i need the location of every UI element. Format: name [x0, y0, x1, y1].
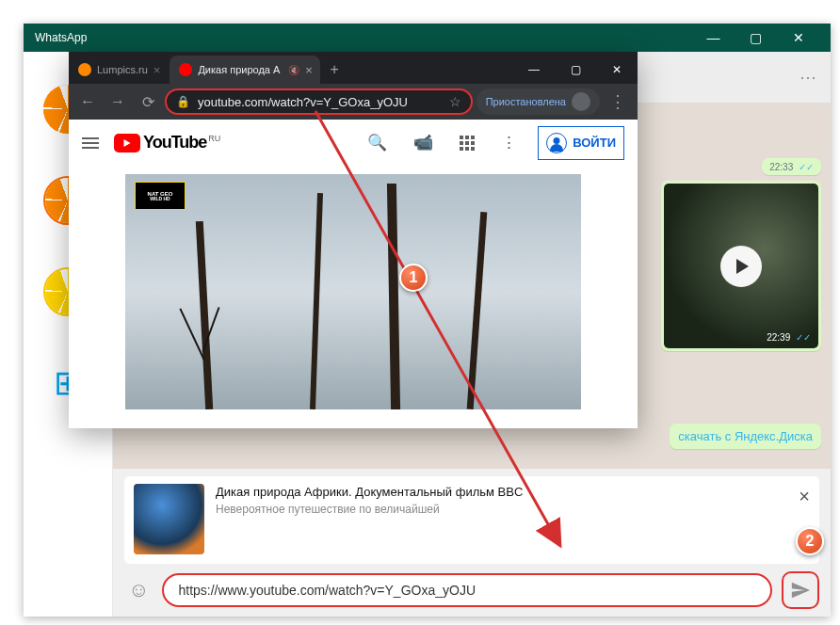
address-bar[interactable]: 🔒 youtube.com/watch?v=Y_GOxa_yOJU ☆ — [165, 88, 473, 115]
callout-badge: 1 — [399, 264, 428, 292]
minimize-button[interactable]: — — [513, 56, 555, 84]
youtube-page: YouTube RU 🔍 📹 ⋮ ВОЙТИ NAT GEO WILD HD — [69, 120, 638, 428]
message-input[interactable] — [162, 573, 772, 607]
search-icon[interactable]: 🔍 — [362, 133, 393, 152]
region-label: RU — [208, 134, 220, 143]
profile-avatar-icon — [572, 92, 590, 111]
preview-title: Дикая природа Африки. Документальный фил… — [216, 484, 810, 501]
person-icon — [546, 133, 567, 153]
profile-paused-chip[interactable]: Приостановлена — [477, 88, 600, 115]
youtube-logo[interactable]: YouTube RU — [114, 133, 220, 152]
tab-title: Lumpics.ru — [97, 64, 148, 75]
send-button[interactable] — [782, 571, 819, 609]
minimize-button[interactable]: — — [692, 30, 735, 45]
back-button[interactable]: ← — [74, 88, 101, 115]
new-tab-button[interactable]: + — [320, 56, 347, 84]
play-icon[interactable] — [720, 246, 762, 287]
youtube-play-icon — [114, 134, 140, 152]
read-ticks-icon: ✓✓ — [796, 162, 814, 172]
url-text: youtube.com/watch?v=Y_GOxa_yOJU — [198, 95, 442, 109]
read-ticks-icon: ✓✓ — [796, 332, 811, 343]
callout-badge: 2 — [796, 527, 824, 555]
video-thumbnail[interactable]: 22:39 ✓✓ — [664, 184, 818, 348]
favicon — [179, 63, 192, 76]
video-message-bubble[interactable]: 22:39 ✓✓ — [661, 181, 821, 351]
tab-close-icon[interactable]: × — [153, 63, 161, 77]
chrome-tabstrip: Lumpics.ru × Дикая природа А 🔇 × + — ▢ ✕ — [69, 52, 638, 84]
menu-icon[interactable]: ⋮ — [604, 91, 632, 112]
login-button[interactable]: ВОЙТИ — [538, 126, 624, 160]
forward-button[interactable]: → — [105, 88, 131, 115]
send-icon — [790, 580, 811, 601]
message-bubble: 22:33 ✓✓ — [762, 158, 821, 175]
maximize-button[interactable]: ▢ — [735, 30, 777, 45]
emoji-icon[interactable]: ☺ — [124, 578, 153, 602]
video-player[interactable]: NAT GEO WILD HD — [125, 174, 581, 409]
login-label: ВОЙТИ — [573, 136, 616, 150]
reload-button[interactable]: ⟳ — [135, 88, 161, 115]
apps-icon[interactable] — [454, 136, 480, 151]
tab-close-icon[interactable]: × — [305, 63, 313, 77]
favicon — [78, 63, 91, 76]
paused-label: Приостановлена — [486, 96, 566, 107]
browser-tab[interactable]: Lumpics.ru × — [69, 56, 170, 84]
message-time: 22:33 — [769, 162, 793, 172]
preview-description: Невероятное путешествие по величайшей — [216, 503, 810, 516]
more-icon[interactable]: ⋯ — [800, 67, 816, 88]
chrome-window: Lumpics.ru × Дикая природа А 🔇 × + — ▢ ✕… — [69, 52, 638, 428]
input-row: ☺ — [124, 571, 819, 609]
close-button[interactable]: ✕ — [777, 30, 819, 45]
whatsapp-titlebar: WhatsApp — ▢ ✕ — [24, 24, 831, 52]
link-preview-card: Дикая природа Африки. Документальный фил… — [124, 476, 819, 564]
youtube-header: YouTube RU 🔍 📹 ⋮ ВОЙТИ — [69, 120, 638, 167]
compose-area: Дикая природа Африки. Документальный фил… — [113, 469, 831, 617]
notifications-icon[interactable]: ⋮ — [495, 133, 523, 152]
close-preview-button[interactable]: × — [799, 486, 810, 507]
lock-icon: 🔒 — [176, 95, 190, 108]
browser-tab-active[interactable]: Дикая природа А 🔇 × — [170, 56, 320, 84]
maximize-button[interactable]: ▢ — [555, 56, 596, 84]
message-bubble[interactable]: скачать с Яндекс.Диска — [670, 424, 821, 449]
create-icon[interactable]: 📹 — [408, 133, 439, 152]
mute-icon[interactable]: 🔇 — [288, 65, 299, 75]
close-button[interactable]: ✕ — [596, 56, 638, 84]
natgeo-watermark: NAT GEO WILD HD — [135, 182, 186, 210]
hamburger-icon[interactable] — [82, 137, 99, 149]
preview-text: Дикая природа Африки. Документальный фил… — [216, 484, 810, 554]
tab-title: Дикая природа А — [198, 64, 280, 75]
chrome-toolbar: ← → ⟳ 🔒 youtube.com/watch?v=Y_GOxa_yOJU … — [69, 84, 638, 120]
link-text[interactable]: скачать с Яндекс.Диска — [678, 429, 813, 443]
whatsapp-title: WhatsApp — [35, 31, 692, 44]
preview-thumbnail — [134, 484, 204, 554]
video-duration: 22:39 — [767, 332, 790, 343]
bookmark-icon[interactable]: ☆ — [449, 94, 461, 109]
youtube-wordmark: YouTube — [143, 133, 206, 152]
